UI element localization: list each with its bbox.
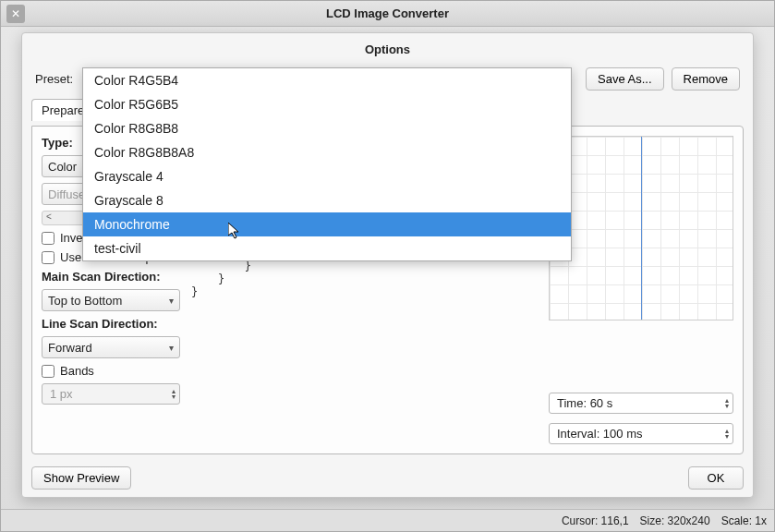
preset-option[interactable]: test-civil (83, 236, 571, 260)
line-scan-select[interactable]: Forward ▾ (42, 336, 180, 358)
bands-spinner: 1 px ▴▾ (42, 383, 180, 405)
inverse-checkbox[interactable] (42, 232, 54, 245)
main-scan-value: Top to Bottom (48, 294, 122, 308)
time-value: Time: 60 s (557, 396, 612, 410)
preset-label: Preset: (35, 72, 73, 86)
preset-dropdown[interactable]: Color R4G5B4Color R5G6B5Color R8G8B8Colo… (82, 67, 572, 261)
window-title: LCD Image Converter (326, 6, 449, 20)
preset-option[interactable]: Grayscale 4 (83, 164, 571, 188)
interval-value: Interval: 100 ms (557, 427, 643, 441)
main-scan-label: Main Scan Direction: (42, 270, 180, 284)
preset-option[interactable]: Monochrome (83, 212, 571, 236)
preview-grid (549, 136, 733, 320)
show-preview-button[interactable]: Show Preview (31, 466, 131, 490)
preset-option[interactable]: Grayscale 8 (83, 188, 571, 212)
dialog-title: Options (22, 33, 753, 64)
status-cursor: Cursor: 116,1 (562, 514, 629, 527)
bands-checkbox-row[interactable]: Bands (42, 364, 180, 378)
statusbar: Cursor: 116,1 Size: 320x240 Scale: 1x (1, 509, 774, 531)
type-value: Color (48, 160, 77, 174)
bands-checkbox[interactable] (42, 365, 54, 378)
main-scan-select[interactable]: Top to Bottom ▾ (42, 289, 180, 311)
ok-button[interactable]: OK (688, 466, 744, 490)
save-as-button[interactable]: Save As... (586, 67, 664, 91)
bands-value: 1 px (50, 387, 73, 401)
line-scan-label: Line Scan Direction: (42, 317, 180, 331)
preset-option[interactable]: Color R5G6B5 (83, 92, 571, 116)
preset-option[interactable]: Color R8G8B8 (83, 116, 571, 140)
preset-option[interactable]: Color R4G5B4 (83, 68, 571, 92)
titlebar: ✕ LCD Image Converter (1, 1, 774, 27)
bands-label: Bands (60, 364, 94, 378)
remove-button[interactable]: Remove (672, 67, 740, 91)
chevron-down-icon: ▾ (169, 296, 174, 306)
line-scan-value: Forward (48, 341, 92, 355)
dither-value: Diffuse (48, 187, 85, 201)
interval-spinner[interactable]: Interval: 100 ms ▴▾ (549, 423, 733, 444)
close-button[interactable]: ✕ (6, 5, 25, 23)
status-scale: Scale: 1x (721, 514, 767, 527)
status-size: Size: 320x240 (640, 514, 710, 527)
time-spinner[interactable]: Time: 60 s ▴▾ (549, 393, 733, 414)
preset-option[interactable]: Color R8G8B8A8 (83, 140, 571, 164)
chevron-down-icon: ▾ (169, 343, 174, 353)
custom-script-checkbox[interactable] (42, 251, 54, 264)
